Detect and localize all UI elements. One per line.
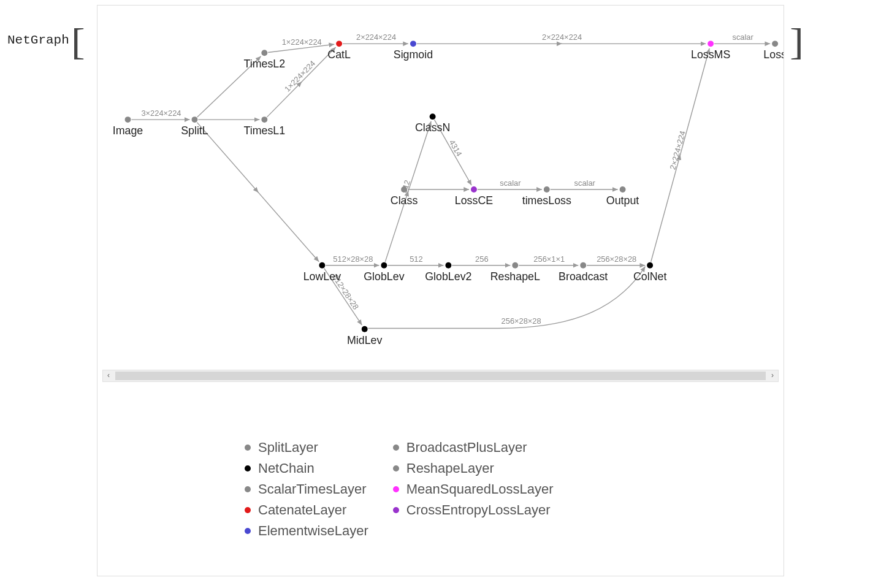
legend-dot-icon <box>393 465 399 472</box>
node-Image[interactable] <box>125 116 131 123</box>
edge-label: scalar <box>574 178 596 188</box>
scroll-track[interactable] <box>115 372 766 380</box>
legend-dot-icon <box>393 507 399 513</box>
node-label-ColNet: ColNet <box>633 270 666 283</box>
edge-label: 2×224×224 <box>356 32 396 42</box>
edge-label: 256 <box>475 254 488 264</box>
legend-label: CrossEntropyLossLayer <box>406 502 551 518</box>
node-SplitL[interactable] <box>191 116 197 123</box>
node-Output[interactable] <box>620 186 626 193</box>
node-label-Class: Class <box>391 194 418 207</box>
edge-label: 256×1×1 <box>533 254 565 264</box>
legend-label: ElementwiseLayer <box>258 523 368 539</box>
edge-midarrow <box>257 191 259 193</box>
netgraph-header: NetGraph <box>7 33 99 47</box>
legend-label: SplitLayer <box>258 440 318 456</box>
node-Class[interactable] <box>401 186 407 193</box>
node-timesLoss[interactable] <box>544 186 550 193</box>
legend-dot-icon <box>245 445 251 451</box>
node-ColNet[interactable] <box>647 262 653 269</box>
legend-item: CatenateLayer <box>245 502 368 518</box>
node-LossCE[interactable] <box>471 186 477 193</box>
legend-dot-icon <box>245 465 251 472</box>
legend-item: ReshapeLayer <box>393 460 554 476</box>
legend-item: SplitLayer <box>245 440 368 456</box>
edge-label: 256×28×28 <box>502 316 541 326</box>
scroll-left-button[interactable]: ‹ <box>103 371 114 381</box>
node-label-ReshapeL: ReshapeL <box>490 270 540 283</box>
node-TimesL1[interactable] <box>261 116 267 123</box>
legend-dot-icon <box>245 507 251 513</box>
node-Loss[interactable] <box>772 40 778 47</box>
legend-item: ScalarTimesLayer <box>245 481 368 497</box>
node-GlobLev[interactable] <box>381 262 387 269</box>
edge-label: 1×224×224 <box>282 37 322 47</box>
node-CatL[interactable] <box>336 40 342 47</box>
output-container: NetGraph [ ] 3×224×2241×224×2241×224×224… <box>0 0 881 588</box>
netgraph-title: NetGraph <box>7 33 69 47</box>
node-label-GlobLev: GlobLev <box>364 270 404 283</box>
node-ReshapeL[interactable] <box>512 262 518 269</box>
node-LossMS[interactable] <box>707 40 714 47</box>
node-label-CatL: CatL <box>327 48 351 61</box>
node-label-Sigmoid: Sigmoid <box>394 48 433 61</box>
node-GlobLev2[interactable] <box>445 262 451 269</box>
edge-label: scalar <box>500 178 521 188</box>
legend-item: MeanSquaredLossLayer <box>393 481 554 497</box>
legend-column-2: BroadcastPlusLayerReshapeLayerMeanSquare… <box>393 440 554 539</box>
node-label-LowLev: LowLev <box>303 270 341 283</box>
node-Broadcast[interactable] <box>580 262 586 269</box>
legend-item: CrossEntropyLossLayer <box>393 502 554 518</box>
node-TimesL2[interactable] <box>261 50 267 56</box>
node-MidLev[interactable] <box>362 326 368 332</box>
netgraph-svg[interactable]: 3×224×2241×224×2241×224×2242×224×2242×22… <box>97 6 784 373</box>
bracket-right-icon: ] <box>790 25 804 59</box>
bracket-left-icon: [ <box>71 25 85 59</box>
edge-label: 512×28×28 <box>333 254 373 264</box>
legend-item: ElementwiseLayer <box>245 523 368 539</box>
legend-label: MeanSquaredLossLayer <box>406 481 554 497</box>
node-label-GlobLev2: GlobLev2 <box>425 270 471 283</box>
edges-group: 3×224×2241×224×2241×224×2242×224×2242×22… <box>131 32 770 328</box>
node-label-Loss: Loss <box>763 48 784 61</box>
legend-dot-icon <box>245 486 251 492</box>
legend-item: BroadcastPlusLayer <box>393 440 554 456</box>
node-label-SplitL: SplitL <box>181 124 208 137</box>
nodes-group: ImageSplitLTimesL2TimesL1CatLSigmoidLoss… <box>113 40 784 346</box>
edge-label: 1×224×224 <box>283 59 317 94</box>
legend-dot-icon <box>245 528 251 534</box>
node-Sigmoid[interactable] <box>410 40 416 47</box>
legend-label: ReshapeLayer <box>406 460 494 476</box>
node-label-MidLev: MidLev <box>347 334 383 346</box>
diagram-frame: 3×224×2241×224×2241×224×2242×224×2242×22… <box>97 5 784 576</box>
scroll-right-button[interactable]: › <box>767 371 778 381</box>
edge-label: 512 <box>410 254 422 264</box>
node-label-ClassN: ClassN <box>415 121 450 134</box>
node-label-Broadcast: Broadcast <box>559 270 608 283</box>
legend-dot-icon <box>393 486 399 492</box>
edge-label: 256×28×28 <box>597 254 636 264</box>
node-label-TimesL1: TimesL1 <box>244 124 286 137</box>
node-ClassN[interactable] <box>430 113 436 120</box>
legend-column-1: SplitLayerNetChainScalarTimesLayerCatena… <box>245 440 368 539</box>
node-label-LossMS: LossMS <box>691 48 730 61</box>
edge-label: scalar <box>732 32 753 42</box>
edge-label: 3×224×224 <box>141 109 181 118</box>
legend-item: NetChain <box>245 460 368 476</box>
node-label-LossCE: LossCE <box>455 194 493 207</box>
edge-label: 4314 <box>448 138 464 158</box>
legend-label: ScalarTimesLayer <box>258 481 366 497</box>
node-label-Output: Output <box>606 194 639 207</box>
legend-dot-icon <box>393 445 399 451</box>
legend: SplitLayerNetChainScalarTimesLayerCatena… <box>245 440 710 539</box>
horizontal-scrollbar[interactable]: ‹ › <box>102 370 779 382</box>
node-label-timesLoss: timesLoss <box>522 194 571 207</box>
edge-label: 2×224×224 <box>668 130 687 171</box>
legend-label: NetChain <box>258 460 315 476</box>
node-label-Image: Image <box>113 124 143 137</box>
legend-label: CatenateLayer <box>258 502 346 518</box>
edge-label: 2×224×224 <box>542 32 582 42</box>
node-LowLev[interactable] <box>319 262 325 269</box>
legend-label: BroadcastPlusLayer <box>406 440 527 456</box>
node-label-TimesL2: TimesL2 <box>244 58 286 70</box>
